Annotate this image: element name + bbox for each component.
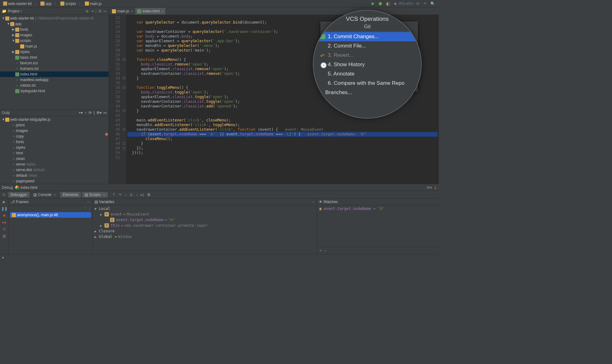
variable-row[interactable]: ▶Pthis = nav.navdrawer-container.promote… <box>95 223 315 228</box>
tree-row[interactable]: ▫favicon.ico <box>0 60 109 66</box>
fold-marker[interactable] <box>122 94 126 99</box>
tree-row[interactable]: ▶images <box>0 32 109 38</box>
gulp-task[interactable]: ○serve:distdefault <box>0 167 109 173</box>
gulp-task[interactable]: ○html <box>0 150 109 156</box>
tree-row[interactable]: ▼scripts <box>0 38 109 43</box>
line-number[interactable]: 47 <box>109 137 120 141</box>
line-number[interactable]: 43 <box>109 118 120 123</box>
vcs-menu-item[interactable]: 🕓4. Show History <box>317 60 417 69</box>
fold-marker[interactable] <box>122 150 126 155</box>
line-number[interactable]: 36 <box>109 85 120 90</box>
line-number[interactable]: 44 <box>109 123 120 127</box>
hide-icon[interactable]: ↦ <box>104 9 107 13</box>
debugger-tab[interactable]: Debugger <box>8 192 30 198</box>
code-line[interactable] <box>128 113 438 118</box>
code-line[interactable]: if (event.target.nodeName === 'A' || eve… <box>128 132 438 137</box>
line-number[interactable]: 42 <box>109 113 120 118</box>
expand-icon[interactable]: ▶ <box>95 230 98 233</box>
settings-icon[interactable]: ⚙▾ <box>96 111 102 115</box>
refresh-icon[interactable]: ⟳ <box>89 111 92 115</box>
gulp-task[interactable]: ○images <box>0 128 109 134</box>
fold-marker[interactable] <box>122 117 126 122</box>
fold-marker[interactable] <box>122 113 126 117</box>
line-number[interactable]: 37 <box>109 90 120 95</box>
breadcrumb-seg[interactable]: web-starter-kit <box>2 1 33 6</box>
code-line[interactable]: main.addEventListener('click', closeMenu… <box>128 118 438 123</box>
line-number[interactable]: 50 <box>109 151 120 155</box>
remove-watch-icon[interactable]: − <box>324 248 326 253</box>
fold-marker[interactable]: − <box>122 127 126 131</box>
line-number[interactable]: 31 <box>109 62 120 67</box>
stop-icon[interactable]: ■ <box>3 213 5 218</box>
line-number[interactable]: 28 <box>109 48 120 53</box>
collapse-icon[interactable]: ⇥ <box>90 9 94 13</box>
stop-button[interactable]: ■ <box>393 1 398 6</box>
line-number[interactable]: 26 <box>109 39 120 43</box>
line-number[interactable]: 45 <box>109 127 120 132</box>
line-number[interactable]: 34 <box>109 76 120 81</box>
tree-row[interactable]: basic.html <box>0 55 109 60</box>
breadcrumb-seg[interactable]: main.js <box>84 1 103 6</box>
gulp-root[interactable]: ▼web-starter-kit/gulpfile.js <box>0 117 109 122</box>
expand-icon[interactable]: ▶ <box>100 213 103 216</box>
vcs-update-button[interactable]: VCS↓ <box>400 1 405 6</box>
remove-icon[interactable]: − <box>85 111 87 115</box>
fold-marker[interactable] <box>122 136 126 141</box>
fold-marker[interactable]: ^ <box>122 75 126 80</box>
sync-button[interactable]: ⟲ <box>415 1 420 6</box>
gulp-task[interactable]: ○clean <box>0 156 109 162</box>
gulp-task[interactable]: ○copy <box>0 134 109 139</box>
line-number[interactable]: 21 <box>109 16 120 20</box>
gulp-tree[interactable]: ▼web-starter-kit/gulpfile.js○jshint○imag… <box>0 116 109 184</box>
line-number[interactable]: 49 <box>109 146 120 151</box>
scripts-tab[interactable]: ▤Scripts → <box>82 192 108 198</box>
fold-marker[interactable] <box>122 61 126 66</box>
tree-arrow-icon[interactable]: ▶ <box>12 34 15 37</box>
close-icon[interactable]: × <box>161 9 163 13</box>
fold-marker[interactable] <box>122 155 126 159</box>
tree-arrow-icon[interactable]: ▶ <box>12 50 15 53</box>
gulp-task[interactable]: ○servestyles <box>0 162 109 167</box>
fold-marker[interactable] <box>122 38 126 43</box>
fold-marker[interactable]: ^ <box>122 108 126 113</box>
resume-icon[interactable]: ▶ <box>3 200 6 204</box>
fold-marker[interactable]: − <box>122 85 126 89</box>
expand-icon[interactable]: ▶ <box>95 235 98 239</box>
tree-arrow-icon[interactable]: ▼ <box>7 22 10 25</box>
breadcrumb-seg[interactable]: scripts <box>59 1 77 6</box>
variable-row[interactable]: ▶Global = Window <box>95 234 315 239</box>
vcs-menu-item[interactable]: 5. Annotate <box>317 69 417 79</box>
watch-row[interactable]: ▣ event.target.nodeName = "A" <box>319 207 436 211</box>
fold-marker[interactable] <box>122 89 126 94</box>
gulp-task[interactable]: ○defaultclean <box>0 173 109 178</box>
tree-row[interactable]: styleguide.html <box>0 88 109 94</box>
add-watch-icon[interactable]: + <box>319 248 322 253</box>
tree-row[interactable]: index.html <box>0 71 109 77</box>
fold-gutter[interactable]: −^−^−^^ <box>122 15 126 184</box>
vcs-commit-button[interactable]: VCS↑ <box>408 1 413 6</box>
line-number[interactable]: 35 <box>109 81 120 85</box>
tree-row[interactable]: ▶fonts <box>0 27 109 32</box>
gulp-task[interactable]: ○jshint <box>0 122 109 128</box>
line-number[interactable]: 23 <box>109 25 120 30</box>
variable-row[interactable]: ▶Closure <box>95 228 315 234</box>
line-number[interactable]: 32 <box>109 67 120 71</box>
undo-button[interactable]: ↶ <box>423 1 428 6</box>
tree-row[interactable]: ▫robots.txt <box>0 83 109 88</box>
dropdown-icon[interactable]: ▾ <box>21 10 22 13</box>
add-icon[interactable]: +▾ <box>79 111 83 115</box>
prev-frame-icon[interactable]: ↑ <box>84 206 86 210</box>
line-number[interactable]: 48 <box>109 141 120 146</box>
pause-icon[interactable]: ❚❚ <box>1 207 7 211</box>
line-number[interactable]: 22 <box>109 20 120 25</box>
fold-marker[interactable] <box>122 99 126 103</box>
next-frame-icon[interactable]: ↓ <box>89 206 90 210</box>
vcs-menu-item[interactable]: 6. Compare with the Same Repo <box>317 79 417 88</box>
breakpoint-icon[interactable] <box>105 133 108 136</box>
line-number[interactable]: 38 <box>109 95 120 99</box>
fold-marker[interactable] <box>122 122 126 127</box>
code-line[interactable]: navdrawerContainer.addEventListener('cli… <box>128 127 438 132</box>
show-exec-point-icon[interactable]: ⤒ <box>112 193 115 197</box>
fold-marker[interactable] <box>122 48 126 52</box>
fold-marker[interactable]: ^ <box>122 145 126 150</box>
